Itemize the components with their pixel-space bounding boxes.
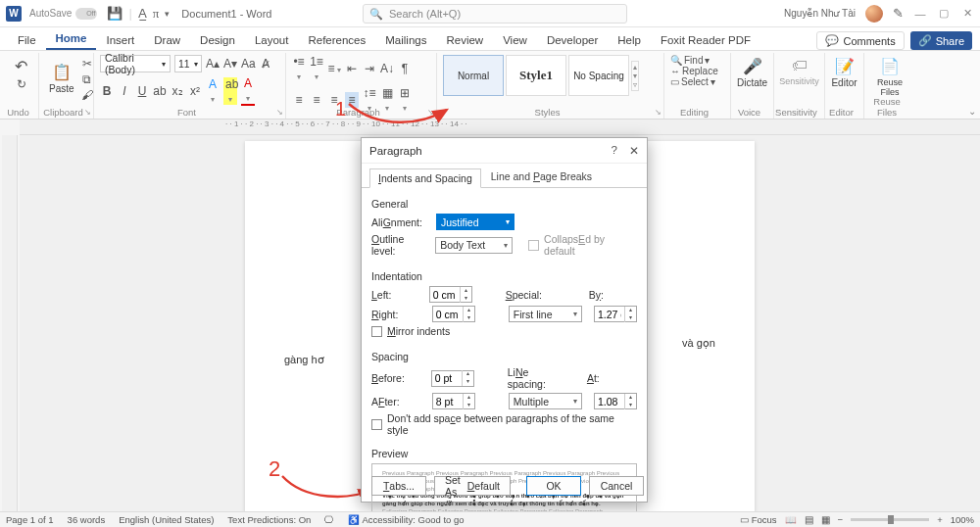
- format-painter-icon[interactable]: 🖌: [80, 88, 94, 102]
- tab-file[interactable]: File: [8, 30, 46, 50]
- text-effects-icon[interactable]: A: [206, 77, 220, 105]
- zoom-out-icon[interactable]: −: [838, 514, 844, 525]
- align-left-icon[interactable]: ≡: [292, 93, 306, 107]
- justify-icon[interactable]: ≡: [345, 92, 359, 108]
- special-combo[interactable]: First line▾: [509, 306, 582, 322]
- grow-font-icon[interactable]: A▴: [206, 57, 220, 71]
- maximize-button[interactable]: ▢: [937, 7, 951, 20]
- multilevel-icon[interactable]: ≡: [327, 62, 341, 75]
- style-style1[interactable]: Style1: [506, 55, 566, 96]
- change-case-icon[interactable]: Aa: [241, 57, 255, 71]
- zoom-slider[interactable]: [851, 518, 929, 521]
- shrink-font-icon[interactable]: A▾: [223, 57, 237, 71]
- align-right-icon[interactable]: ≡: [327, 93, 341, 107]
- strike-icon[interactable]: ab: [153, 84, 167, 98]
- focus-mode[interactable]: ▭ Focus: [740, 514, 777, 525]
- align-center-icon[interactable]: ≡: [310, 93, 323, 107]
- line-spacing-combo[interactable]: Multiple▾: [509, 393, 582, 409]
- minimize-button[interactable]: —: [913, 8, 927, 20]
- zoom-level[interactable]: 100%: [951, 514, 974, 525]
- collapse-ribbon-icon[interactable]: ⌄: [968, 106, 976, 117]
- select-button[interactable]: ▭ Select ▾: [670, 76, 724, 87]
- dialog-close-icon[interactable]: ✕: [629, 144, 639, 158]
- user-avatar[interactable]: [865, 5, 883, 23]
- view-read-icon[interactable]: 📖: [785, 514, 797, 525]
- increase-indent-icon[interactable]: ⇥: [363, 62, 376, 75]
- comments-button[interactable]: 💬 Comments: [816, 31, 904, 50]
- style-normal[interactable]: Normal: [443, 55, 504, 96]
- outline-combo[interactable]: Body Text▾: [435, 237, 513, 254]
- editor-button[interactable]: 📝Editor: [831, 55, 858, 90]
- cancel-button[interactable]: Cancel: [589, 476, 644, 496]
- highlight-icon[interactable]: ab: [223, 77, 237, 105]
- status-accessibility[interactable]: ♿ Accessibility: Good to go: [348, 514, 464, 525]
- vertical-ruler[interactable]: [2, 135, 18, 511]
- set-default-button[interactable]: Set As Default: [434, 476, 511, 496]
- bold-icon[interactable]: B: [100, 84, 114, 98]
- font-size-combo[interactable]: 11▾: [174, 55, 202, 72]
- styles-gallery[interactable]: Normal Style1 No Spacing: [443, 55, 629, 96]
- replace-button[interactable]: ↔ Replace: [670, 66, 724, 76]
- before-spinner[interactable]: ▴▾: [431, 370, 474, 387]
- left-spinner[interactable]: ▴▾: [429, 286, 472, 303]
- tab-design[interactable]: Design: [190, 30, 245, 50]
- view-print-icon[interactable]: ▤: [805, 514, 813, 525]
- status-language[interactable]: English (United States): [119, 514, 214, 525]
- tab-line-page-breaks[interactable]: Line and Page Breaks: [483, 168, 600, 187]
- equation-qat-icon[interactable]: π: [153, 6, 160, 22]
- view-web-icon[interactable]: ▦: [821, 514, 830, 525]
- horizontal-ruler[interactable]: · · 1 · · 2 · · 3 · · 4 · · 5 · · 6 · · …: [20, 120, 980, 135]
- font-color-icon[interactable]: A: [241, 76, 255, 106]
- search-box[interactable]: 🔍 Search (Alt+Q): [363, 4, 627, 24]
- tab-indents-spacing[interactable]: Indents and Spacing: [369, 168, 481, 188]
- tab-help[interactable]: Help: [608, 30, 651, 50]
- paste-button[interactable]: 📋Paste: [45, 55, 78, 102]
- pen-icon[interactable]: ✎: [893, 6, 904, 21]
- cut-icon[interactable]: ✂: [80, 57, 94, 71]
- dictate-button[interactable]: 🎤Dictate: [737, 55, 767, 90]
- style-nospacing[interactable]: No Spacing: [568, 55, 629, 96]
- share-button[interactable]: 🔗 Share: [910, 31, 972, 50]
- superscript-icon[interactable]: x²: [188, 84, 202, 98]
- decrease-indent-icon[interactable]: ⇤: [345, 62, 359, 75]
- user-name[interactable]: Nguyễn Như Tài: [784, 8, 856, 19]
- styles-down-icon[interactable]: ▾: [633, 72, 637, 80]
- at-spinner[interactable]: ▴▾: [594, 393, 637, 409]
- styles-up-icon[interactable]: ▴: [633, 63, 637, 72]
- font-launcher[interactable]: ↘: [276, 108, 283, 117]
- tab-view[interactable]: View: [493, 30, 537, 50]
- dont-add-space-checkbox[interactable]: Don't add space between paragraphs of th…: [371, 412, 637, 436]
- show-marks-icon[interactable]: ¶: [398, 62, 412, 75]
- status-display-settings-icon[interactable]: 🖵: [324, 514, 334, 525]
- autosave[interactable]: AutoSave Off: [29, 8, 97, 20]
- undo-button[interactable]: ↶: [10, 55, 32, 77]
- tabs-button[interactable]: Tabs...: [371, 476, 426, 496]
- clipboard-launcher[interactable]: ↘: [84, 108, 91, 117]
- copy-icon[interactable]: ⧉: [80, 72, 94, 86]
- italic-icon[interactable]: I: [118, 84, 131, 98]
- ok-button[interactable]: OK: [526, 476, 581, 496]
- close-button[interactable]: ✕: [960, 7, 974, 20]
- paragraph-launcher[interactable]: ↘: [427, 108, 434, 117]
- zoom-in-icon[interactable]: +: [937, 514, 943, 525]
- underline-icon[interactable]: U: [135, 84, 149, 98]
- tab-references[interactable]: References: [298, 30, 375, 50]
- subscript-icon[interactable]: x₂: [171, 84, 184, 98]
- tab-layout[interactable]: Layout: [245, 30, 299, 50]
- bullets-icon[interactable]: •≡: [292, 55, 306, 82]
- tab-mailings[interactable]: Mailings: [375, 30, 436, 50]
- styles-more-icon[interactable]: ▿: [633, 80, 637, 89]
- tab-foxit[interactable]: Foxit Reader PDF: [651, 30, 760, 50]
- tab-home[interactable]: Home: [46, 28, 97, 50]
- numbering-icon[interactable]: 1≡: [310, 55, 323, 82]
- mirror-checkbox[interactable]: Mirror indents: [371, 325, 637, 337]
- clear-format-icon[interactable]: A̷: [259, 57, 272, 71]
- sensitivity-button[interactable]: 🏷Sensitivity: [780, 55, 818, 88]
- styles-launcher[interactable]: ↘: [655, 108, 662, 117]
- tab-developer[interactable]: Developer: [537, 30, 608, 50]
- tab-draw[interactable]: Draw: [144, 30, 190, 50]
- font-name-combo[interactable]: Calibri (Body)▾: [100, 55, 171, 72]
- autosave-toggle[interactable]: Off: [75, 8, 97, 20]
- by1-spinner[interactable]: ▴▾: [594, 306, 637, 322]
- sort-icon[interactable]: A↓: [380, 62, 394, 75]
